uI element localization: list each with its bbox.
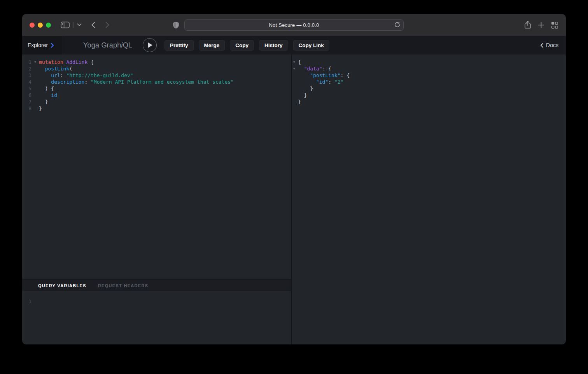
fold-arrow-icon[interactable]: ▾ — [292, 59, 298, 65]
code-line: "id": "2" — [292, 79, 566, 85]
prettify-button[interactable]: Prettify — [164, 40, 194, 51]
page-title: Yoga GraphiQL — [83, 41, 132, 49]
code-line: 8} — [22, 105, 291, 112]
fold-gutter — [32, 298, 39, 305]
code-text: "postLink": { — [298, 72, 350, 79]
reload-icon[interactable] — [394, 21, 401, 28]
code-line: 1▾mutation AddLink { — [22, 59, 291, 65]
response-pane: ▾{▾ "data": { "postLink": { "id": "2" } … — [292, 54, 566, 344]
address-bar[interactable]: Not Secure — 0.0.0.0 — [184, 19, 404, 31]
line-number: 3 — [22, 72, 32, 79]
code-text: mutation AddLink { — [39, 59, 94, 65]
left-pane: 1▾mutation AddLink {2 postLink(3 url: "h… — [22, 54, 291, 344]
code-line: 6 id — [22, 92, 291, 98]
code-line: "postLink": { — [292, 72, 566, 79]
code-text: postLink( — [39, 65, 72, 72]
browser-window: Not Secure — 0.0.0.0 — [22, 14, 566, 344]
code-text: } — [298, 92, 307, 98]
titlebar-right-icons — [524, 14, 558, 36]
line-number: 2 — [22, 65, 32, 72]
fold-gutter — [32, 98, 39, 105]
sidebar-toggle-icon[interactable] — [61, 21, 70, 28]
fold-gutter — [292, 72, 298, 79]
docs-label: Docs — [546, 42, 558, 48]
code-line: 2 postLink( — [22, 65, 291, 72]
code-line: } — [292, 92, 566, 98]
bottom-tabbar: QUERY VARIABLES REQUEST HEADERS — [22, 279, 291, 291]
titlebar-divider — [73, 22, 74, 28]
chevron-left-icon — [540, 43, 544, 48]
address-bar-text: Not Secure — 0.0.0.0 — [269, 22, 319, 28]
tab-overview-icon[interactable] — [551, 21, 558, 29]
toolbar-buttons: Prettify Merge Copy History Copy Link — [164, 40, 329, 51]
code-line: 4 description: "Modern API Platform and … — [22, 79, 291, 85]
code-text: } — [39, 105, 42, 112]
fold-gutter — [32, 72, 39, 79]
code-line: ▾ "data": { — [292, 65, 566, 72]
code-text: "id": "2" — [298, 79, 343, 85]
main-split: 1▾mutation AddLink {2 postLink(3 url: "h… — [22, 54, 566, 344]
fold-gutter — [32, 92, 39, 98]
code-line: ▾{ — [292, 59, 566, 65]
code-line: } — [292, 98, 566, 105]
execute-play-button[interactable] — [143, 38, 157, 52]
docs-button[interactable]: Docs — [540, 42, 558, 48]
code-text: } — [298, 98, 301, 105]
code-text: { — [298, 59, 301, 65]
back-button-icon[interactable] — [91, 21, 96, 28]
play-icon — [147, 42, 153, 48]
code-line: 1 — [22, 298, 291, 305]
code-text: ) { — [39, 85, 54, 92]
zoom-window-button[interactable] — [46, 23, 51, 28]
fold-arrow-icon[interactable]: ▾ — [32, 59, 39, 65]
fold-gutter — [32, 105, 39, 112]
query-editor[interactable]: 1▾mutation AddLink {2 postLink(3 url: "h… — [22, 54, 291, 279]
code-text: id — [39, 92, 57, 98]
code-line: 5 ) { — [22, 85, 291, 92]
tab-request-headers[interactable]: REQUEST HEADERS — [98, 283, 149, 288]
line-number: 1 — [22, 298, 32, 305]
forward-button-icon[interactable] — [105, 21, 110, 28]
share-icon[interactable] — [524, 21, 531, 29]
merge-button[interactable]: Merge — [199, 40, 225, 51]
fold-gutter — [292, 92, 298, 98]
code-text: } — [298, 85, 313, 92]
line-number: 5 — [22, 85, 32, 92]
privacy-shield-icon[interactable] — [173, 21, 179, 29]
close-window-button[interactable] — [30, 23, 35, 28]
code-line: 3 url: "http://the-guild.dev" — [22, 72, 291, 79]
tab-group-chevron-down-icon[interactable] — [77, 23, 82, 26]
fold-gutter — [32, 79, 39, 85]
code-text: "data": { — [298, 65, 331, 72]
explorer-label: Explorer — [28, 42, 48, 48]
line-number: 1 — [22, 59, 32, 65]
traffic-lights — [30, 23, 51, 28]
tab-query-variables[interactable]: QUERY VARIABLES — [38, 283, 86, 288]
line-number: 8 — [22, 105, 32, 112]
history-button[interactable]: History — [259, 40, 288, 51]
code-text: description: "Modern API Platform and ec… — [39, 79, 234, 85]
code-text: url: "http://the-guild.dev" — [39, 72, 133, 79]
fold-gutter — [32, 65, 39, 72]
fold-gutter — [32, 85, 39, 92]
graphiql-toolbar: Explorer Yoga GraphiQL Prettify Merge Co… — [22, 36, 566, 54]
fold-gutter — [292, 85, 298, 92]
code-text: } — [39, 98, 48, 105]
minimize-window-button[interactable] — [38, 23, 43, 28]
line-number: 4 — [22, 79, 32, 85]
copy-link-button[interactable]: Copy Link — [293, 40, 329, 51]
fold-gutter — [292, 98, 298, 105]
copy-button[interactable]: Copy — [230, 40, 254, 51]
browser-titlebar: Not Secure — 0.0.0.0 — [22, 14, 566, 36]
fold-arrow-icon[interactable]: ▾ — [292, 65, 298, 72]
line-number: 6 — [22, 92, 32, 98]
chevron-right-icon — [51, 43, 54, 48]
query-variables-editor[interactable]: 1 — [22, 291, 291, 344]
fold-gutter — [292, 79, 298, 85]
new-tab-plus-icon[interactable] — [538, 22, 544, 28]
explorer-toggle[interactable]: Explorer — [22, 36, 63, 54]
code-line: 7 } — [22, 98, 291, 105]
code-line: } — [292, 85, 566, 92]
line-number: 7 — [22, 98, 32, 105]
